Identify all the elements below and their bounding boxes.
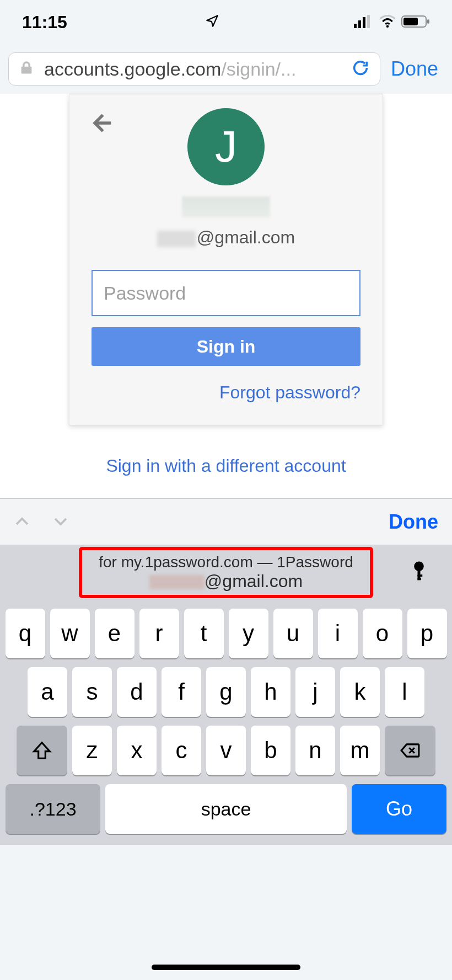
next-field-icon[interactable]: [52, 511, 69, 533]
key-o[interactable]: o: [363, 609, 402, 658]
svg-point-8: [414, 562, 424, 572]
location-icon: [205, 12, 219, 33]
different-account-link[interactable]: Sign in with a different account: [0, 456, 452, 476]
keyboard: for my.1password.com — 1Password @gmail.…: [0, 545, 452, 845]
lock-icon: [19, 60, 34, 78]
autofill-line1: for my.1password.com — 1Password: [99, 553, 353, 571]
avatar-initial: J: [215, 121, 237, 172]
reload-icon[interactable]: [351, 58, 370, 79]
key-r[interactable]: r: [139, 609, 179, 658]
key-p[interactable]: p: [407, 609, 447, 658]
password-input[interactable]: [92, 270, 360, 316]
redacted-name: [182, 196, 270, 217]
key-space[interactable]: space: [105, 784, 347, 834]
autofill-suggestion[interactable]: for my.1password.com — 1Password @gmail.…: [79, 547, 373, 598]
keyboard-row-1: q w e r t y u i o p: [0, 609, 452, 658]
svg-point-4: [386, 25, 389, 28]
keyboard-accessory-bar: Done: [0, 498, 452, 545]
key-g[interactable]: g: [206, 667, 246, 717]
key-c[interactable]: c: [162, 726, 201, 775]
url-text: accounts.google.com/signin/...: [44, 58, 341, 80]
svg-rect-11: [418, 578, 421, 580]
key-v[interactable]: v: [206, 726, 246, 775]
prev-field-icon[interactable]: [14, 511, 30, 533]
key-u[interactable]: u: [273, 609, 313, 658]
svg-rect-7: [427, 19, 429, 24]
svg-rect-1: [358, 20, 361, 28]
forgot-password-link[interactable]: Forgot password?: [92, 382, 360, 403]
key-e[interactable]: e: [95, 609, 134, 658]
back-arrow-icon[interactable]: [89, 111, 113, 137]
key-m[interactable]: m: [340, 726, 380, 775]
key-d[interactable]: d: [117, 667, 157, 717]
signin-button[interactable]: Sign in: [92, 327, 360, 366]
key-k[interactable]: k: [340, 667, 380, 717]
key-y[interactable]: y: [229, 609, 268, 658]
svg-rect-3: [367, 15, 370, 28]
key-x[interactable]: x: [117, 726, 157, 775]
key-l[interactable]: l: [385, 667, 424, 717]
key-i[interactable]: i: [318, 609, 358, 658]
svg-rect-2: [363, 17, 365, 28]
autofill-line2: @gmail.com: [99, 571, 353, 592]
key-z[interactable]: z: [72, 726, 112, 775]
key-s[interactable]: s: [72, 667, 112, 717]
svg-rect-0: [354, 24, 357, 28]
address-bar-container: accounts.google.com/signin/... Done: [0, 44, 452, 94]
keyboard-row-4: .?123 space Go: [0, 784, 452, 834]
keyboard-done-button[interactable]: Done: [389, 510, 438, 534]
key-shift[interactable]: [17, 726, 67, 775]
cellular-icon: [354, 12, 374, 33]
status-bar: 11:15: [0, 0, 452, 44]
key-numbers[interactable]: .?123: [6, 784, 100, 834]
key-a[interactable]: a: [28, 667, 67, 717]
svg-rect-10: [418, 574, 423, 577]
key-go[interactable]: Go: [352, 784, 446, 834]
keyboard-row-2: a s d f g h j k l: [0, 667, 452, 717]
battery-icon: [401, 12, 430, 33]
keyboard-row-3: z x c v b n m: [0, 726, 452, 775]
svg-rect-6: [403, 18, 418, 25]
key-f[interactable]: f: [162, 667, 201, 717]
autofill-suggestion-row: for my.1password.com — 1Password @gmail.…: [0, 545, 452, 600]
home-indicator[interactable]: [152, 965, 300, 970]
page-content: J @gmail.com Sign in Forgot password? Si…: [0, 94, 452, 498]
redacted-email-user: [157, 231, 196, 247]
browser-done-button[interactable]: Done: [388, 57, 444, 81]
account-email: @gmail.com: [92, 227, 360, 248]
redacted-autofill-user: [149, 575, 205, 589]
signin-card: J @gmail.com Sign in Forgot password?: [69, 94, 383, 425]
status-time: 11:15: [22, 12, 67, 33]
status-right: [354, 12, 430, 33]
key-w[interactable]: w: [50, 609, 90, 658]
key-backspace[interactable]: [385, 726, 435, 775]
key-n[interactable]: n: [295, 726, 335, 775]
key-q[interactable]: q: [6, 609, 45, 658]
avatar: J: [187, 108, 265, 185]
key-b[interactable]: b: [251, 726, 290, 775]
wifi-icon: [379, 12, 396, 33]
key-j[interactable]: j: [295, 667, 335, 717]
key-h[interactable]: h: [251, 667, 290, 717]
key-t[interactable]: t: [184, 609, 224, 658]
passwords-key-icon[interactable]: [411, 561, 427, 584]
address-bar[interactable]: accounts.google.com/signin/...: [8, 52, 380, 86]
